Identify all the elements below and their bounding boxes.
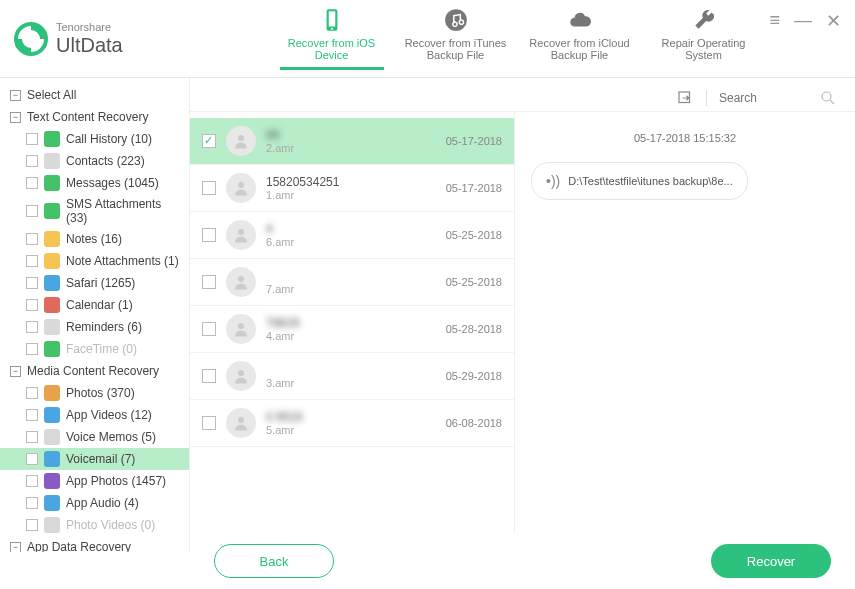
item-label: Voicemail (7) <box>66 452 135 466</box>
audio-bubble[interactable]: •)) D:\Test\testfile\itunes backup\8e... <box>531 162 748 200</box>
avatar-icon <box>226 361 256 391</box>
checkbox[interactable] <box>26 155 38 167</box>
item-icon <box>44 429 60 445</box>
row-checkbox[interactable] <box>202 228 216 242</box>
checkbox[interactable] <box>26 233 38 245</box>
avatar-icon <box>226 314 256 344</box>
sidebar-item[interactable]: Reminders (6) <box>0 316 189 338</box>
row-name: 78628 <box>266 316 436 330</box>
sidebar-item[interactable]: Notes (16) <box>0 228 189 250</box>
sidebar-item[interactable]: App Audio (4) <box>0 492 189 514</box>
category-title: Text Content Recovery <box>27 110 148 124</box>
sidebar-item[interactable]: Messages (1045) <box>0 172 189 194</box>
row-date: 05-17-2018 <box>446 135 502 147</box>
row-text: 0 95165.amr <box>266 410 436 436</box>
item-icon <box>44 517 60 533</box>
sidebar-item[interactable]: FaceTime (0) <box>0 338 189 360</box>
sidebar-item[interactable]: SMS Attachments (33) <box>0 194 189 228</box>
checkbox[interactable] <box>26 387 38 399</box>
item-icon <box>44 275 60 291</box>
svg-point-9 <box>238 276 244 282</box>
item-label: FaceTime (0) <box>66 342 137 356</box>
search-input[interactable] <box>719 91 779 105</box>
item-icon <box>44 385 60 401</box>
row-checkbox[interactable] <box>202 275 216 289</box>
sidebar-item[interactable]: App Photos (1457) <box>0 470 189 492</box>
svg-point-3 <box>445 9 467 31</box>
avatar-icon <box>226 126 256 156</box>
sidebar-item[interactable]: Safari (1265) <box>0 272 189 294</box>
row-checkbox[interactable] <box>202 134 216 148</box>
category-header[interactable]: −App Data Recovery <box>0 536 189 552</box>
item-icon <box>44 297 60 313</box>
back-button[interactable]: Back <box>214 544 334 578</box>
row-sub: 2.amr <box>266 142 436 154</box>
checkbox[interactable] <box>26 409 38 421</box>
list-row[interactable]: 786284.amr05-28-2018 <box>190 306 514 353</box>
list-row[interactable]: 3.amr05-29-2018 <box>190 353 514 400</box>
sidebar-item[interactable]: Voice Memos (5) <box>0 426 189 448</box>
tab-icloud[interactable]: Recover from iCloud Backup File <box>528 7 632 70</box>
list-row[interactable]: 46.amr05-25-2018 <box>190 212 514 259</box>
select-all-row[interactable]: −Select All <box>0 84 189 106</box>
row-checkbox[interactable] <box>202 181 216 195</box>
row-sub: 5.amr <box>266 424 436 436</box>
list-row[interactable]: 0 95165.amr06-08-2018 <box>190 400 514 447</box>
list-row[interactable]: 158205342511.amr05-17-2018 <box>190 165 514 212</box>
list-row[interactable]: 992.amr05-17-2018 <box>190 118 514 165</box>
checkbox[interactable] <box>26 277 38 289</box>
row-sub: 1.amr <box>266 189 436 201</box>
search-icon[interactable] <box>819 89 837 107</box>
sidebar-item[interactable]: Calendar (1) <box>0 294 189 316</box>
brand-logo-icon <box>14 22 48 56</box>
tab-repair[interactable]: Repair Operating System <box>652 7 756 70</box>
brand-small: Tenorshare <box>56 21 123 33</box>
checkbox[interactable] <box>26 299 38 311</box>
row-date: 05-28-2018 <box>446 323 502 335</box>
checkbox[interactable] <box>26 255 38 267</box>
tab-ios[interactable]: Recover from iOS Device <box>280 7 384 70</box>
collapse-icon: − <box>10 112 21 123</box>
checkbox[interactable] <box>26 475 38 487</box>
row-name: 0 9516 <box>266 410 436 424</box>
sidebar-item[interactable]: Voicemail (7) <box>0 448 189 470</box>
checkbox[interactable] <box>26 519 38 531</box>
item-icon <box>44 131 60 147</box>
item-label: App Audio (4) <box>66 496 139 510</box>
checkbox[interactable] <box>26 321 38 333</box>
close-button[interactable]: ✕ <box>826 10 841 32</box>
audio-path: D:\Test\testfile\itunes backup\8e... <box>568 175 732 187</box>
menu-button[interactable]: ≡ <box>769 10 780 32</box>
tab-itunes[interactable]: Recover from iTunes Backup File <box>404 7 508 70</box>
category-title: App Data Recovery <box>27 540 131 552</box>
row-checkbox[interactable] <box>202 322 216 336</box>
category-header[interactable]: −Text Content Recovery <box>0 106 189 128</box>
checkbox[interactable] <box>26 497 38 509</box>
sidebar-item[interactable]: Contacts (223) <box>0 150 189 172</box>
row-checkbox[interactable] <box>202 369 216 383</box>
category-header[interactable]: −Media Content Recovery <box>0 360 189 382</box>
checkbox[interactable] <box>26 205 38 217</box>
sidebar-item[interactable]: Photo Videos (0) <box>0 514 189 536</box>
item-label: Note Attachments (1) <box>66 254 179 268</box>
checkbox[interactable] <box>26 343 38 355</box>
checkbox[interactable] <box>26 133 38 145</box>
checkbox[interactable] <box>26 177 38 189</box>
sidebar-item[interactable]: App Videos (12) <box>0 404 189 426</box>
checkbox[interactable] <box>26 431 38 443</box>
row-date: 05-25-2018 <box>446 229 502 241</box>
row-checkbox[interactable] <box>202 416 216 430</box>
sidebar-item[interactable]: Call History (10) <box>0 128 189 150</box>
category-sidebar[interactable]: −Select All−Text Content RecoveryCall Hi… <box>0 78 190 552</box>
minimize-button[interactable]: — <box>794 10 812 32</box>
export-icon[interactable] <box>676 89 694 107</box>
list-row[interactable]: 7.amr05-25-2018 <box>190 259 514 306</box>
repair-icon <box>691 7 717 33</box>
sidebar-item[interactable]: Note Attachments (1) <box>0 250 189 272</box>
sidebar-item[interactable]: Photos (370) <box>0 382 189 404</box>
item-label: App Photos (1457) <box>66 474 166 488</box>
checkbox[interactable] <box>26 453 38 465</box>
row-date: 05-29-2018 <box>446 370 502 382</box>
recover-button[interactable]: Recover <box>711 544 831 578</box>
item-icon <box>44 203 60 219</box>
